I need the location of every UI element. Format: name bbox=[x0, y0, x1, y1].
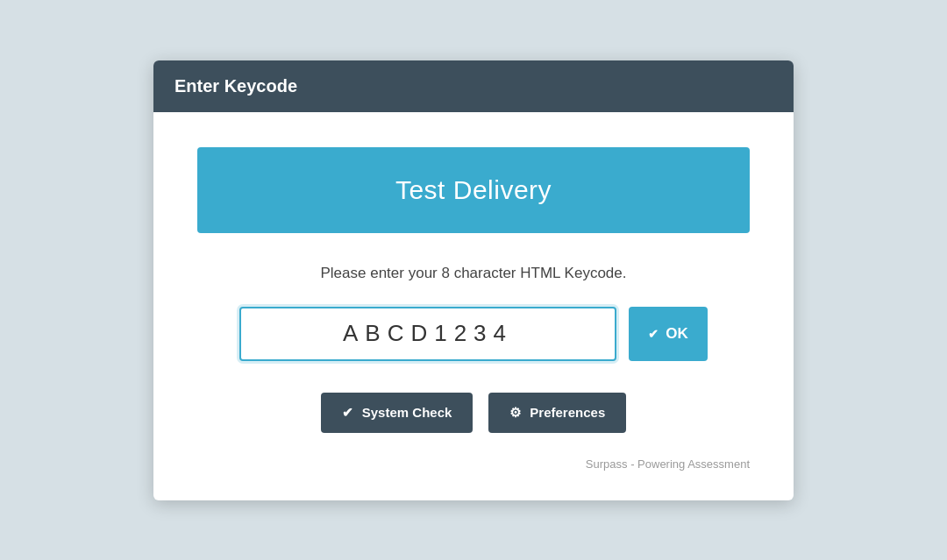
preferences-label: Preferences bbox=[530, 405, 605, 420]
instruction-text: Please enter your 8 character HTML Keyco… bbox=[321, 265, 627, 282]
dialog-title: Enter Keycode bbox=[174, 76, 297, 96]
ok-button-label: OK bbox=[666, 325, 688, 343]
input-row: ✔ OK bbox=[197, 307, 750, 361]
system-check-label: System Check bbox=[362, 405, 452, 420]
enter-keycode-dialog: Enter Keycode Test Delivery Please enter… bbox=[153, 60, 794, 500]
keycode-input[interactable] bbox=[239, 307, 616, 361]
action-buttons: ✔ System Check ⚙ Preferences bbox=[321, 393, 626, 433]
footer-text: Surpass - Powering Assessment bbox=[197, 450, 750, 474]
dialog-body: Test Delivery Please enter your 8 charac… bbox=[153, 112, 794, 500]
ok-check-icon: ✔ bbox=[648, 327, 659, 341]
dialog-header: Enter Keycode bbox=[153, 60, 794, 112]
system-check-icon: ✔ bbox=[342, 405, 353, 421]
ok-button[interactable]: ✔ OK bbox=[629, 307, 708, 361]
gear-icon: ⚙ bbox=[509, 405, 521, 421]
system-check-button[interactable]: ✔ System Check bbox=[321, 393, 474, 433]
hero-banner-text: Test Delivery bbox=[395, 175, 552, 205]
preferences-button[interactable]: ⚙ Preferences bbox=[488, 393, 626, 433]
hero-banner: Test Delivery bbox=[197, 147, 750, 233]
